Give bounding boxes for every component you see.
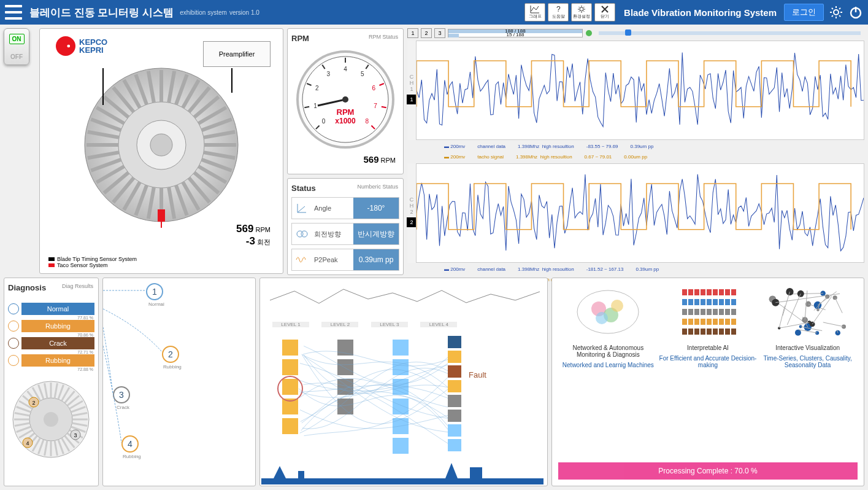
svg-rect-175	[719, 309, 724, 315]
svg-text:2: 2	[32, 400, 35, 406]
app-header: 블레이드 진동 모니터링 시스템 exhibition system versi…	[0, 0, 868, 25]
svg-rect-179	[688, 319, 693, 325]
svg-rect-154	[701, 289, 705, 295]
svg-rect-171	[694, 309, 699, 315]
svg-point-8	[150, 134, 172, 156]
svg-rect-191	[707, 329, 712, 335]
svg-point-229	[786, 288, 793, 295]
nn-panel: LEVEL 1 LEVEL 2 LEVEL 3 LEVEL 4 Fault	[259, 278, 548, 486]
svg-line-206	[812, 297, 832, 324]
turbine-rpm-readout: 569 RPM -3 회전	[236, 223, 271, 247]
trend-node-1: 1	[146, 283, 163, 300]
svg-rect-168	[731, 299, 736, 305]
svg-rect-170	[688, 309, 693, 315]
svg-rect-160	[682, 299, 687, 305]
svg-rect-193	[719, 329, 724, 335]
svg-rect-185	[725, 319, 730, 325]
wave-tab-2[interactable]: 2	[421, 28, 432, 38]
svg-text:RPM: RPM	[337, 107, 355, 117]
gear-icon[interactable]	[829, 5, 843, 20]
svg-rect-137	[448, 351, 461, 363]
svg-rect-158	[725, 289, 730, 295]
svg-rect-188	[688, 329, 693, 335]
svg-rect-140	[448, 395, 461, 407]
power-icon[interactable]	[848, 5, 863, 20]
graph-button[interactable]: 그래프	[524, 3, 545, 21]
svg-point-205	[809, 322, 815, 327]
diag-item-3[interactable]: Rubbing72.88 %	[8, 353, 94, 368]
svg-rect-130	[393, 340, 409, 356]
diag-item-2[interactable]: Crack72.71 %	[8, 336, 94, 351]
timeline-slider[interactable]	[599, 31, 861, 35]
svg-text:3: 3	[326, 71, 330, 77]
svg-text:4: 4	[344, 66, 347, 72]
svg-rect-183	[713, 319, 718, 325]
ch1-legend-2: ▬ 200mv tacho signal 1.398Mhz high resou…	[407, 153, 864, 161]
svg-rect-164	[707, 299, 712, 305]
svg-rect-153	[694, 289, 699, 295]
ai-col-3: Interactive VisualizationTime-Series, Cl…	[759, 284, 857, 457]
wave-icon	[292, 253, 312, 266]
ai-col-2: Interpretable AIFor Efficient and Accura…	[659, 284, 757, 457]
diag-item-0[interactable]: Normal77.81 %	[8, 301, 94, 316]
svg-rect-161	[688, 299, 693, 305]
svg-rect-189	[694, 329, 699, 335]
menu-icon[interactable]	[5, 5, 22, 20]
on-off-toggle[interactable]: ON OFF	[4, 28, 29, 65]
svg-rect-142	[448, 424, 461, 437]
status-direction: 회전방향반시계방향	[291, 223, 399, 245]
trend-node-2: 2	[162, 346, 179, 363]
wave-tab-3[interactable]: 3	[434, 28, 445, 38]
settings-button[interactable]: 환경설정	[571, 3, 592, 21]
fault-label: Fault	[469, 370, 486, 379]
waveform-area: 1 2 3 188 / 188 15 / 188 CH11 ▬ 200mv ch…	[407, 28, 864, 274]
svg-line-208	[788, 294, 823, 294]
toggle-column: ON OFF	[4, 28, 36, 274]
svg-line-222	[823, 322, 843, 327]
svg-text:3: 3	[74, 432, 77, 438]
close-button[interactable]: 닫기	[594, 3, 615, 21]
svg-line-210	[835, 298, 842, 313]
svg-rect-186	[731, 319, 736, 325]
svg-rect-182	[707, 319, 712, 325]
svg-rect-163	[701, 299, 705, 305]
svg-rect-169	[682, 309, 687, 315]
skyline-graphic	[261, 460, 543, 484]
svg-text:6: 6	[372, 85, 375, 91]
svg-rect-167	[725, 299, 730, 305]
svg-point-219	[813, 301, 821, 309]
status-angle: Angle-180°	[291, 197, 399, 219]
svg-rect-172	[701, 309, 705, 315]
svg-line-224	[779, 306, 785, 329]
svg-rect-122	[282, 359, 298, 375]
rpm-gauge: 012345678 RPM x1000	[293, 47, 398, 152]
svg-rect-152	[688, 289, 693, 295]
svg-text:8: 8	[366, 118, 369, 125]
svg-rect-123	[282, 379, 298, 395]
progress-bar[interactable]: 188 / 188 15 / 188	[448, 29, 583, 37]
ch1-legend: ▬ 200mv channel data 1.398Mhz high resou…	[407, 142, 864, 150]
svg-text:5: 5	[361, 71, 364, 77]
svg-rect-121	[282, 340, 298, 356]
svg-point-1	[580, 7, 583, 11]
svg-rect-184	[719, 319, 724, 325]
turbine-panel: KEPCOKEPRI Preamplifier 569 RPM -3 회전 Bl…	[39, 28, 283, 274]
svg-text:4: 4	[26, 440, 29, 446]
legend-btt: Blade Tip Timing Sensor System	[48, 256, 137, 262]
svg-point-75	[586, 30, 592, 36]
title-subtitle: exhibition system	[180, 9, 227, 16]
nn-sparkline	[264, 282, 543, 313]
wave-tab-1[interactable]: 1	[407, 28, 418, 38]
login-button[interactable]: 로그인	[784, 4, 824, 21]
legend-taco: Taco Sensor System	[48, 262, 137, 268]
svg-rect-145	[261, 478, 543, 484]
mini-turbine-graphic: 2 3 4	[8, 376, 94, 462]
diag-item-1[interactable]: Rubbing70.86 %	[8, 319, 94, 333]
status-panel: Status Numberic Status Angle-180° 회전방향반시…	[287, 178, 404, 275]
svg-rect-180	[694, 319, 699, 325]
help-button[interactable]: ?도움말	[548, 3, 569, 21]
svg-text:1: 1	[313, 103, 317, 109]
diagnosis-panel: Diagnosis Diag Results Normal77.81 %Rubb…	[4, 278, 99, 486]
svg-text:?: ?	[556, 5, 561, 14]
waveform-ch2: CH22	[407, 163, 864, 263]
